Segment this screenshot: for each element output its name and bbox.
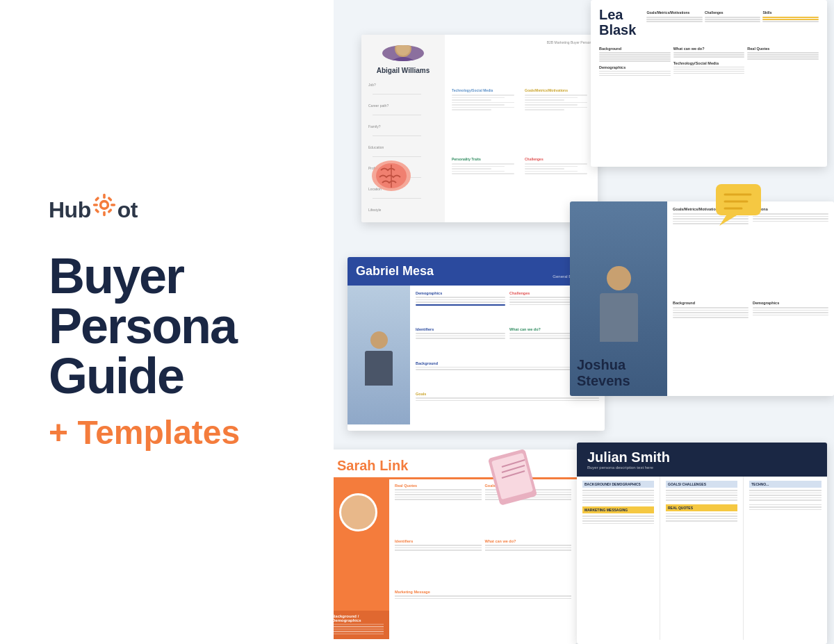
svg-rect-4 [93, 204, 98, 206]
svg-rect-2 [103, 194, 106, 199]
left-panel: Hub ot Buyer Persona Guide [0, 0, 334, 644]
abigail-goals-section: Goals/Metrics/Motivations [522, 85, 594, 153]
card-julian-header: Julian Smith Buyer persona description t… [577, 443, 827, 477]
svg-rect-9 [107, 208, 113, 214]
svg-marker-17 [719, 215, 737, 226]
card-gabriel-header: Gabriel Mesa General Buyer Persona [348, 257, 605, 286]
svg-point-11 [391, 57, 416, 62]
joshua-fields: Goals/Metrics/Motivations Persona [667, 201, 834, 396]
logo-text: Hub ot [49, 192, 138, 223]
right-panel: Abigail Williams Job? Career path? Famil… [306, 0, 834, 644]
card-joshua: Joshua Stevens Goals/Metrics/Motivations [570, 201, 834, 396]
abigail-avatar [382, 45, 424, 61]
card-lea: Lea Blask Goals/Metrics/Motivations Chal… [591, 0, 827, 167]
sarah-avatar [339, 493, 377, 531]
svg-rect-7 [107, 197, 113, 202]
main-title: Buyer Persona Guide [49, 251, 292, 401]
brain-icon [367, 149, 416, 198]
card-julian-body: BACKGROUND/ DEMOGRAPHICS MARKETING MESSA… [577, 477, 827, 640]
card-joshua-body: Joshua Stevens Goals/Metrics/Motivations [570, 201, 834, 396]
svg-rect-8 [95, 208, 100, 214]
chat-icon [712, 181, 768, 229]
julian-col3: TECHNO... [744, 477, 827, 640]
svg-rect-16 [716, 184, 761, 215]
card-lea-header: Lea Blask Goals/Metrics/Motivations Chal… [591, 0, 827, 41]
card-julian: Julian Smith Buyer persona description t… [577, 443, 827, 644]
abigail-tech-section: Technology/Social Media [449, 85, 521, 153]
svg-rect-5 [111, 204, 115, 206]
logo: Hub ot [49, 192, 292, 223]
templates-grid: Abigail Williams Job? Career path? Famil… [306, 0, 834, 644]
card-gabriel-body: Demographics Challenges Iden [348, 286, 605, 424]
subtitle: + Templates [49, 415, 292, 452]
abigail-personality-section: Personality Traits [449, 154, 521, 217]
svg-rect-6 [95, 197, 100, 202]
abigail-name: Abigail Williams [377, 67, 430, 75]
svg-rect-3 [103, 211, 106, 216]
julian-col2: GOALS/ CHALLENGES REAL QUOTES [660, 477, 744, 640]
card-abigail-right: B2B Marketing Buyer Persona Technology/S… [445, 35, 598, 222]
joshua-name-overlay: Joshua Stevens [570, 350, 667, 396]
julian-col1: BACKGROUND/ DEMOGRAPHICS MARKETING MESSA… [577, 477, 660, 640]
gabriel-photo [348, 286, 410, 424]
sprocket-icon [92, 192, 117, 217]
sarah-left: Background / Demographics [327, 479, 389, 639]
svg-point-1 [101, 202, 106, 207]
joshua-photo: Joshua Stevens [570, 201, 667, 396]
device-icon [486, 449, 549, 505]
card-gabriel: Gabriel Mesa General Buyer Persona Demog… [348, 257, 605, 431]
lea-name: Lea Blask [599, 7, 636, 38]
